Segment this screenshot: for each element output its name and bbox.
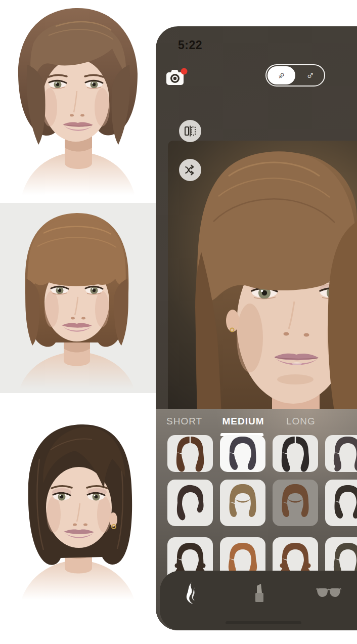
portrait-c-illustration <box>0 393 157 607</box>
gender-option-male[interactable]: ♂ <box>296 65 324 85</box>
sunglasses-icon <box>316 587 342 598</box>
hairstyle-tool-button[interactable] <box>175 577 207 609</box>
female-icon: ♀ <box>274 68 288 83</box>
wig-icon <box>273 435 318 472</box>
feature-toolbar <box>160 571 357 630</box>
before-after-compare-icon <box>184 125 196 137</box>
tryon-preview-photo <box>168 141 357 414</box>
tab-short[interactable]: SHORT <box>166 416 202 427</box>
wig-icon <box>167 480 213 526</box>
hairstyle-thumb-r2c2[interactable] <box>220 480 265 526</box>
preview-illustration <box>168 141 357 414</box>
phone-mockup: 5:22 ♀ ♂ <box>156 26 357 630</box>
wig-icon <box>325 435 357 472</box>
hair-icon <box>184 581 199 605</box>
status-bar-time: 5:22 <box>178 38 202 52</box>
home-indicator <box>226 621 301 624</box>
gender-toggle[interactable]: ♀ ♂ <box>265 64 325 87</box>
camera-icon <box>165 67 188 88</box>
shuffle-button[interactable] <box>179 159 201 181</box>
camera-button[interactable] <box>165 67 188 88</box>
screenshot-stage: 5:22 ♀ ♂ <box>0 0 357 644</box>
portrait-b-illustration <box>0 203 157 393</box>
hairstyle-thumb-r2c3-selected[interactable] <box>273 480 318 526</box>
hairstyle-thumb-r1c4[interactable] <box>325 435 357 472</box>
portrait-photo-bob-bangs <box>0 0 157 202</box>
wig-icon <box>220 435 265 472</box>
wig-icon <box>325 480 357 526</box>
tab-medium[interactable]: MEDIUM <box>219 416 267 427</box>
portrait-photo-side-part-bob <box>0 393 157 607</box>
shuffle-icon <box>184 164 196 176</box>
makeup-tool-button[interactable] <box>243 577 276 609</box>
hairstyle-thumb-r2c1[interactable] <box>167 480 213 526</box>
hairstyle-thumb-r1c3[interactable] <box>273 435 318 472</box>
compare-before-after-button[interactable] <box>179 120 201 142</box>
wig-icon <box>273 480 318 526</box>
wig-icon <box>220 480 265 526</box>
portrait-a-illustration <box>0 0 157 202</box>
male-icon: ♂ <box>306 70 315 81</box>
hairstyle-thumb-r1c2[interactable] <box>220 435 265 472</box>
glasses-tool-button[interactable] <box>313 577 345 609</box>
portrait-photo-blunt-bob <box>0 203 157 393</box>
camera-badge-dot <box>181 68 188 75</box>
hairstyle-thumb-r2c4[interactable] <box>325 480 357 526</box>
wig-icon <box>167 435 213 472</box>
gender-option-female[interactable]: ♀ <box>267 66 295 84</box>
hairstyle-thumb-r1c1[interactable] <box>167 435 213 472</box>
lipstick-icon <box>253 583 266 603</box>
tab-long[interactable]: LONG <box>286 416 316 427</box>
